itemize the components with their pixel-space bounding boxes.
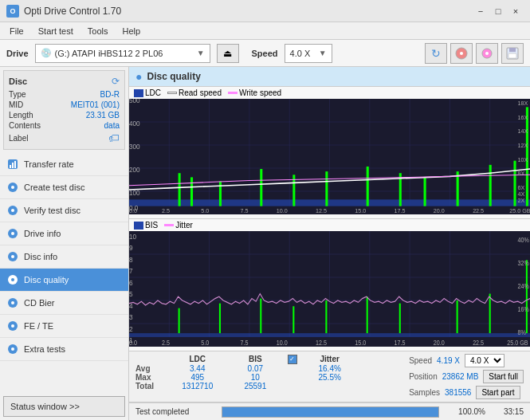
legend-read-speed-label: Read speed	[179, 88, 222, 97]
chart1-legend: LDC Read speed Write speed	[129, 87, 530, 99]
samples-row: Samples 381556 Start part	[409, 386, 524, 399]
settings-icon-button[interactable]	[476, 43, 498, 64]
disc-mid-label: MID	[9, 100, 23, 109]
speed-select[interactable]: 4.0 X ▼	[285, 44, 332, 63]
stats-row: LDC BIS ✓ Jitter Avg 3.44 0.07 16.4% Max	[129, 351, 530, 402]
svg-text:15.0: 15.0	[355, 207, 366, 214]
stats-avg-ldc: 3.44	[168, 364, 226, 373]
sidebar-item-create-test-disc[interactable]: Create test disc	[0, 176, 128, 199]
stats-max-bis: 10	[226, 373, 285, 382]
svg-rect-97	[219, 304, 221, 333]
sidebar-item-drive-info[interactable]: Drive info	[0, 222, 128, 245]
sidebar-item-verify-test-disc[interactable]: Verify test disc	[0, 199, 128, 222]
save-icon-button[interactable]	[501, 43, 524, 64]
svg-rect-100	[325, 300, 327, 333]
maximize-button[interactable]: □	[490, 4, 506, 18]
svg-text:10.0: 10.0	[277, 207, 288, 214]
disc-refresh-icon[interactable]: ⟳	[112, 76, 120, 87]
position-value: 23862 MB	[442, 372, 479, 381]
svg-rect-9	[12, 163, 14, 168]
disc-icon-button[interactable]	[450, 43, 473, 64]
sidebar-item-label-transfer-rate: Transfer rate	[24, 159, 74, 169]
drive-select-text: (G:) ATAPI iHBS112 2 PL06	[55, 49, 194, 58]
svg-text:7.5: 7.5	[241, 207, 249, 214]
svg-rect-5	[509, 48, 516, 52]
drive-dropdown-arrow: ▼	[197, 49, 205, 57]
speed-dropdown[interactable]: 4.0 X	[465, 354, 504, 367]
sidebar-item-transfer-rate[interactable]: Transfer rate	[0, 153, 128, 176]
svg-text:0.0: 0.0	[129, 339, 138, 347]
chart2-legend: BIS Jitter	[129, 219, 530, 231]
menu-help[interactable]: Help	[116, 25, 147, 37]
sidebar-item-cd-bier[interactable]: CD Bier	[0, 292, 128, 315]
svg-text:10X: 10X	[518, 156, 528, 163]
svg-text:24%: 24%	[518, 283, 529, 291]
legend-jitter: Jitter	[164, 221, 193, 230]
disc-mid-value: MEIT01 (001)	[71, 100, 120, 109]
legend-read-speed-color	[167, 92, 177, 94]
svg-point-12	[11, 186, 14, 189]
eject-button[interactable]: ⏏	[217, 44, 239, 63]
jitter-checkbox[interactable]: ✓	[288, 355, 297, 364]
svg-rect-96	[179, 308, 180, 333]
legend-bis-color	[134, 222, 143, 230]
menu-file[interactable]: File	[3, 25, 30, 37]
menu-tools[interactable]: Tools	[81, 25, 115, 37]
stats-avg-bis: 0.07	[226, 364, 285, 373]
svg-rect-101	[367, 296, 368, 333]
svg-text:8: 8	[129, 255, 133, 264]
disc-panel-header: Disc ⟳	[9, 76, 120, 87]
sidebar-item-extra-tests[interactable]: Extra tests	[0, 338, 128, 361]
refresh-drive-button[interactable]: ↻	[425, 43, 447, 64]
transfer-rate-icon	[6, 158, 19, 171]
start-full-button[interactable]: Start full	[483, 370, 524, 383]
stats-total-bis: 25591	[226, 382, 285, 391]
stats-row-max-label: Max	[135, 373, 168, 382]
disc-contents-value: data	[104, 121, 120, 130]
disc-label-icon: 🏷	[108, 131, 120, 144]
svg-rect-98	[260, 299, 261, 333]
disc-quality-title: Disc quality	[147, 71, 200, 82]
sidebar-item-fe-te[interactable]: FE / TE	[0, 315, 128, 338]
svg-point-24	[11, 324, 14, 328]
svg-text:22.5: 22.5	[473, 207, 484, 214]
legend-jitter-label: Jitter	[175, 221, 193, 230]
svg-text:25.0 GB: 25.0 GB	[509, 207, 530, 214]
drive-select[interactable]: 💿 (G:) ATAPI iHBS112 2 PL06 ▼	[35, 44, 210, 63]
svg-rect-102	[399, 304, 401, 333]
minimize-button[interactable]: −	[473, 4, 489, 18]
svg-text:20.0: 20.0	[434, 207, 445, 214]
svg-text:500: 500	[129, 99, 140, 104]
close-button[interactable]: ×	[508, 4, 524, 18]
svg-rect-48	[367, 167, 369, 206]
sidebar-item-disc-quality[interactable]: Disc quality	[0, 269, 128, 292]
svg-rect-42	[179, 173, 181, 206]
drive-info-icon	[6, 227, 19, 240]
svg-text:6: 6	[129, 278, 133, 287]
legend-ldc-color	[134, 89, 143, 97]
svg-text:25.0 GB: 25.0 GB	[507, 339, 528, 347]
content-area: ● Disc quality LDC Read speed Write spee…	[129, 67, 530, 420]
svg-rect-6	[508, 53, 516, 58]
svg-point-14	[11, 209, 14, 212]
svg-rect-105	[526, 260, 528, 333]
sidebar-item-disc-info[interactable]: Disc info	[0, 245, 128, 269]
svg-text:12X: 12X	[518, 142, 528, 149]
svg-rect-104	[489, 294, 491, 334]
speed-select-text: 4.0 X	[290, 49, 316, 58]
speed-info-label: Speed	[409, 356, 432, 365]
svg-text:40%: 40%	[518, 237, 529, 245]
sidebar-item-label-drive-info: Drive info	[24, 229, 61, 238]
title-bar-left: O Opti Drive Control 1.70	[6, 5, 121, 18]
svg-rect-44	[219, 182, 222, 206]
start-part-button[interactable]: Start part	[476, 386, 520, 399]
svg-text:8%: 8%	[518, 329, 526, 337]
speed-dropdown-arrow: ▼	[319, 49, 327, 57]
status-window-button[interactable]: Status window >>	[3, 396, 125, 417]
disc-type-row: Type BD-R	[9, 90, 120, 99]
samples-label: Samples	[409, 388, 440, 397]
stats-header-jitter: Jitter	[300, 354, 359, 364]
svg-text:200: 200	[129, 167, 140, 174]
menu-start-test[interactable]: Start test	[32, 25, 80, 37]
disc-contents-label: Contents	[9, 121, 41, 130]
